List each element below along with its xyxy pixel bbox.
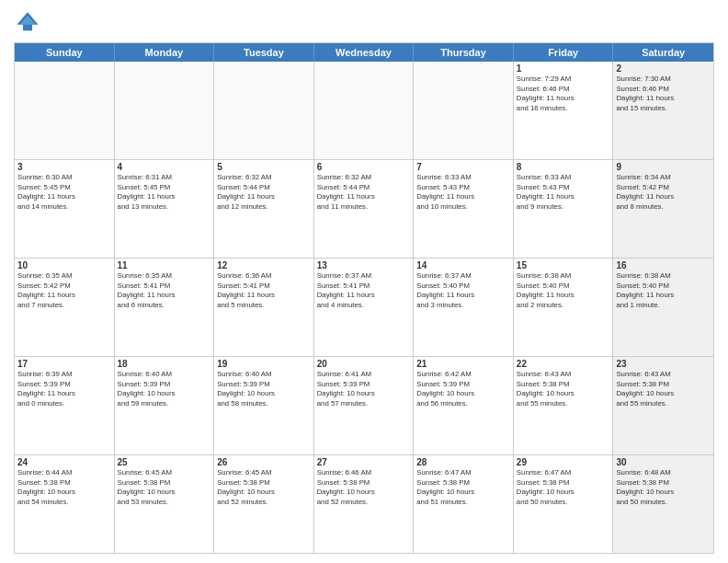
day-cell-19: 19Sunrise: 6:40 AM Sunset: 5:39 PM Dayli… [214, 357, 314, 454]
header-day-monday: Monday [115, 43, 215, 62]
day-number: 5 [217, 162, 311, 172]
day-number: 20 [317, 359, 411, 369]
empty-cell [314, 62, 415, 159]
day-cell-30: 30Sunrise: 6:48 AM Sunset: 5:38 PM Dayli… [613, 455, 713, 553]
calendar-body: 1Sunrise: 7:29 AM Sunset: 6:46 PM Daylig… [15, 62, 713, 553]
day-number: 8 [517, 162, 610, 172]
svg-rect-2 [23, 25, 32, 31]
day-info: Sunrise: 6:35 AM Sunset: 5:42 PM Dayligh… [17, 271, 111, 310]
day-info: Sunrise: 6:32 AM Sunset: 5:44 PM Dayligh… [317, 173, 411, 212]
day-cell-29: 29Sunrise: 6:47 AM Sunset: 5:38 PM Dayli… [514, 455, 614, 553]
day-info: Sunrise: 6:37 AM Sunset: 5:40 PM Dayligh… [416, 271, 510, 310]
day-number: 10 [17, 260, 111, 270]
day-cell-8: 8Sunrise: 6:33 AM Sunset: 5:43 PM Daylig… [514, 160, 614, 258]
day-cell-28: 28Sunrise: 6:47 AM Sunset: 5:38 PM Dayli… [414, 455, 514, 553]
calendar-week-5: 24Sunrise: 6:44 AM Sunset: 5:38 PM Dayli… [15, 455, 713, 553]
day-cell-18: 18Sunrise: 6:40 AM Sunset: 5:39 PM Dayli… [115, 357, 215, 454]
day-cell-21: 21Sunrise: 6:42 AM Sunset: 5:39 PM Dayli… [414, 357, 514, 454]
day-info: Sunrise: 6:40 AM Sunset: 5:39 PM Dayligh… [217, 370, 311, 408]
day-number: 17 [17, 359, 111, 369]
day-info: Sunrise: 6:34 AM Sunset: 5:42 PM Dayligh… [616, 173, 711, 212]
day-number: 12 [217, 260, 311, 270]
empty-cell [115, 62, 215, 159]
day-info: Sunrise: 6:48 AM Sunset: 5:38 PM Dayligh… [616, 468, 711, 507]
header-day-wednesday: Wednesday [314, 43, 415, 62]
day-info: Sunrise: 6:43 AM Sunset: 5:38 PM Dayligh… [517, 370, 610, 408]
day-number: 2 [616, 63, 711, 74]
day-number: 21 [416, 359, 510, 369]
day-info: Sunrise: 6:41 AM Sunset: 5:39 PM Dayligh… [317, 370, 411, 408]
day-number: 13 [317, 260, 411, 270]
calendar-week-4: 17Sunrise: 6:39 AM Sunset: 5:39 PM Dayli… [15, 357, 713, 455]
day-info: Sunrise: 6:31 AM Sunset: 5:45 PM Dayligh… [118, 173, 211, 212]
day-number: 18 [118, 359, 211, 369]
day-info: Sunrise: 6:43 AM Sunset: 5:38 PM Dayligh… [616, 370, 711, 408]
header-day-friday: Friday [514, 43, 614, 62]
calendar-week-1: 1Sunrise: 7:29 AM Sunset: 6:46 PM Daylig… [15, 62, 713, 160]
day-number: 9 [616, 162, 711, 172]
empty-cell [15, 62, 115, 159]
day-info: Sunrise: 6:38 AM Sunset: 5:40 PM Dayligh… [517, 271, 610, 310]
day-number: 22 [517, 359, 610, 369]
day-info: Sunrise: 6:33 AM Sunset: 5:43 PM Dayligh… [416, 173, 510, 212]
day-number: 4 [118, 162, 211, 172]
day-info: Sunrise: 6:36 AM Sunset: 5:41 PM Dayligh… [217, 271, 311, 310]
day-cell-25: 25Sunrise: 6:45 AM Sunset: 5:38 PM Dayli… [115, 455, 215, 553]
day-cell-16: 16Sunrise: 6:38 AM Sunset: 5:40 PM Dayli… [613, 259, 713, 356]
day-info: Sunrise: 7:29 AM Sunset: 6:46 PM Dayligh… [517, 75, 610, 113]
day-cell-15: 15Sunrise: 6:38 AM Sunset: 5:40 PM Dayli… [514, 259, 614, 356]
logo [14, 9, 45, 37]
day-cell-5: 5Sunrise: 6:32 AM Sunset: 5:44 PM Daylig… [214, 160, 314, 258]
header-day-tuesday: Tuesday [214, 43, 314, 62]
day-info: Sunrise: 6:47 AM Sunset: 5:38 PM Dayligh… [517, 468, 610, 507]
day-cell-12: 12Sunrise: 6:36 AM Sunset: 5:41 PM Dayli… [214, 259, 314, 356]
day-cell-17: 17Sunrise: 6:39 AM Sunset: 5:39 PM Dayli… [15, 357, 115, 454]
day-number: 19 [217, 359, 311, 369]
day-cell-4: 4Sunrise: 6:31 AM Sunset: 5:45 PM Daylig… [115, 160, 215, 258]
day-cell-6: 6Sunrise: 6:32 AM Sunset: 5:44 PM Daylig… [314, 160, 415, 258]
day-info: Sunrise: 6:47 AM Sunset: 5:38 PM Dayligh… [416, 468, 510, 507]
day-cell-2: 2Sunrise: 7:30 AM Sunset: 6:46 PM Daylig… [613, 62, 713, 159]
logo-icon [14, 9, 41, 37]
day-info: Sunrise: 6:46 AM Sunset: 5:38 PM Dayligh… [317, 468, 411, 507]
empty-cell [414, 62, 514, 159]
day-number: 27 [317, 457, 411, 467]
day-number: 11 [118, 260, 211, 270]
day-number: 25 [118, 457, 211, 467]
day-cell-11: 11Sunrise: 6:35 AM Sunset: 5:41 PM Dayli… [115, 259, 215, 356]
day-number: 7 [416, 162, 510, 172]
day-number: 28 [416, 457, 510, 467]
calendar: SundayMondayTuesdayWednesdayThursdayFrid… [14, 42, 714, 554]
day-info: Sunrise: 6:32 AM Sunset: 5:44 PM Dayligh… [217, 173, 311, 212]
calendar-week-3: 10Sunrise: 6:35 AM Sunset: 5:42 PM Dayli… [15, 259, 713, 357]
day-number: 15 [517, 260, 610, 270]
day-number: 16 [616, 260, 711, 270]
day-number: 24 [17, 457, 111, 467]
day-number: 14 [416, 260, 510, 270]
day-cell-9: 9Sunrise: 6:34 AM Sunset: 5:42 PM Daylig… [613, 160, 713, 258]
day-cell-14: 14Sunrise: 6:37 AM Sunset: 5:40 PM Dayli… [414, 259, 514, 356]
day-info: Sunrise: 6:33 AM Sunset: 5:43 PM Dayligh… [517, 173, 610, 212]
day-number: 26 [217, 457, 311, 467]
day-cell-10: 10Sunrise: 6:35 AM Sunset: 5:42 PM Dayli… [15, 259, 115, 356]
calendar-week-2: 3Sunrise: 6:30 AM Sunset: 5:45 PM Daylig… [15, 160, 713, 259]
day-info: Sunrise: 6:44 AM Sunset: 5:38 PM Dayligh… [17, 468, 111, 507]
day-number: 3 [17, 162, 111, 172]
day-number: 29 [517, 457, 610, 467]
calendar-header: SundayMondayTuesdayWednesdayThursdayFrid… [15, 43, 713, 62]
day-cell-26: 26Sunrise: 6:45 AM Sunset: 5:38 PM Dayli… [214, 455, 314, 553]
day-cell-3: 3Sunrise: 6:30 AM Sunset: 5:45 PM Daylig… [15, 160, 115, 258]
day-info: Sunrise: 6:38 AM Sunset: 5:40 PM Dayligh… [616, 271, 711, 310]
day-info: Sunrise: 6:35 AM Sunset: 5:41 PM Dayligh… [118, 271, 211, 310]
header-day-thursday: Thursday [414, 43, 514, 62]
day-info: Sunrise: 6:30 AM Sunset: 5:45 PM Dayligh… [17, 173, 111, 212]
day-cell-1: 1Sunrise: 7:29 AM Sunset: 6:46 PM Daylig… [514, 62, 614, 159]
day-cell-24: 24Sunrise: 6:44 AM Sunset: 5:38 PM Dayli… [15, 455, 115, 553]
day-number: 30 [616, 457, 711, 467]
header-day-saturday: Saturday [613, 43, 713, 62]
day-cell-22: 22Sunrise: 6:43 AM Sunset: 5:38 PM Dayli… [514, 357, 614, 454]
day-cell-20: 20Sunrise: 6:41 AM Sunset: 5:39 PM Dayli… [314, 357, 415, 454]
header [14, 9, 714, 37]
day-info: Sunrise: 6:39 AM Sunset: 5:39 PM Dayligh… [17, 370, 111, 408]
day-info: Sunrise: 6:45 AM Sunset: 5:38 PM Dayligh… [217, 468, 311, 507]
